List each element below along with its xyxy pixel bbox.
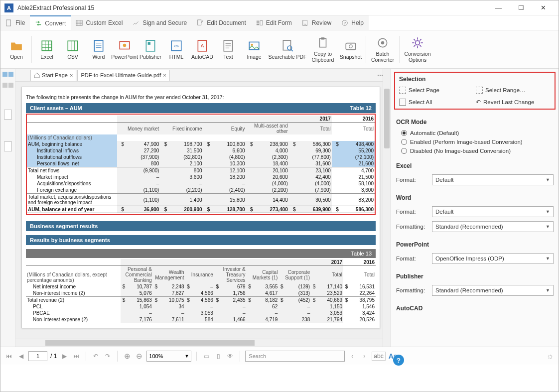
svg-point-46: [349, 44, 353, 48]
ribbon-word[interactable]: Word: [86, 32, 112, 67]
menu-edit-document[interactable]: Edit Document: [192, 15, 251, 30]
menu-sign[interactable]: Sign and Secure: [128, 15, 192, 30]
svg-line-56: [414, 45, 415, 46]
svg-point-41: [287, 46, 292, 50]
word-formatting-select[interactable]: Standard (Recommended)▼: [432, 221, 554, 232]
ribbon-autocad[interactable]: AAutoCAD: [189, 32, 215, 67]
zoom-out-button[interactable]: ⊖: [135, 352, 143, 361]
view-icon[interactable]: 👁: [226, 352, 235, 361]
ribbon-copy-clipboard[interactable]: Copy to Clipboard: [308, 32, 338, 67]
menubar: File Convert Custom Excel Sign and Secur…: [0, 15, 559, 30]
chevron-down-icon: ▼: [546, 256, 550, 261]
rotate-left-button[interactable]: ↶: [91, 352, 100, 361]
table13-header: Table 13: [26, 249, 376, 258]
match-case-toggle[interactable]: abc: [372, 352, 385, 361]
close-icon[interactable]: ×: [163, 72, 166, 78]
zoom-in-button[interactable]: ⊕: [123, 352, 132, 361]
ribbon-csv[interactable]: CSV: [60, 32, 86, 67]
thumbnail-icon[interactable]: [8, 72, 13, 77]
ocr-auto-radio[interactable]: Automatic (Default): [396, 129, 554, 137]
ribbon-image[interactable]: Image: [241, 32, 267, 67]
svg-text:A: A: [200, 43, 204, 48]
select-range-button[interactable]: Select Range…: [476, 87, 551, 94]
ribbon-text[interactable]: Text: [215, 32, 241, 67]
close-icon[interactable]: ×: [70, 72, 73, 78]
chevron-down-icon: ▼: [546, 177, 550, 182]
menu-edit-form[interactable]: Edit Form: [251, 15, 297, 30]
ribbon-options[interactable]: Conversion Options: [402, 32, 433, 67]
word-format-select[interactable]: Default▼: [432, 206, 554, 217]
menu-help[interactable]: ?Help: [336, 15, 369, 30]
close-button[interactable]: ✕: [532, 1, 555, 15]
vertical-scrollbar[interactable]: [383, 69, 391, 347]
publisher-section: Publisher Formatting: Standard (Recommen…: [391, 267, 559, 299]
main-area: Start Page× PDF-to-Excel-Ultimate-Guide.…: [0, 69, 559, 347]
page-icon: [399, 87, 406, 94]
page-input[interactable]: [28, 351, 47, 361]
fit-page-icon[interactable]: ▯: [214, 352, 223, 361]
fit-width-icon[interactable]: ▭: [202, 352, 211, 361]
first-page-button[interactable]: ⏮: [4, 352, 13, 361]
ribbon-publisher[interactable]: Publisher: [138, 32, 163, 67]
maximize-button[interactable]: ☐: [510, 1, 532, 15]
side-panel: Selection Select Page Select Range… Sele…: [391, 69, 559, 347]
search-prev-button[interactable]: ‹: [348, 352, 357, 361]
range-icon: [476, 87, 483, 94]
ribbon-searchable-pdf[interactable]: Searchable PDF: [267, 32, 308, 67]
selection-box: Selection Select Page Select Range… Sele…: [394, 72, 556, 110]
tab-start-page[interactable]: Start Page×: [30, 70, 76, 81]
svg-point-49: [416, 40, 420, 45]
page-thumb-icon[interactable]: [4, 110, 12, 120]
ribbon-excel[interactable]: Excel: [34, 32, 60, 67]
svg-rect-44: [321, 37, 325, 39]
excel-format-select[interactable]: Default▼: [432, 174, 554, 185]
select-all-button[interactable]: Select All: [399, 99, 474, 106]
theme-toggle-icon[interactable]: ☼: [546, 352, 555, 361]
document-area: Start Page× PDF-to-Excel-Ultimate-Guide.…: [15, 69, 391, 347]
check-icon: [399, 99, 406, 106]
next-page-button[interactable]: ▶: [60, 352, 69, 361]
svg-rect-40: [283, 40, 290, 50]
zoom-select[interactable]: 100%▼: [146, 351, 191, 362]
svg-rect-0: [6, 19, 11, 25]
page-total: / 1: [50, 353, 57, 360]
search-input[interactable]: Search: [245, 351, 345, 362]
revert-button[interactable]: ↶Revert Last Change: [476, 99, 551, 106]
menu-file[interactable]: File: [0, 15, 30, 30]
ocr-section: OCR Mode Automatic (Default) Enabled (Pe…: [391, 113, 559, 156]
ribbon-batch[interactable]: Batch Converter: [368, 32, 397, 67]
table12: 20172016 Money market Fixed income Equit…: [27, 116, 375, 213]
svg-text:</>: </>: [174, 44, 180, 48]
rotate-right-button[interactable]: ↷: [103, 352, 112, 361]
attachment-icon[interactable]: [4, 141, 12, 151]
svg-rect-28: [146, 40, 154, 51]
menu-review[interactable]: Review: [297, 15, 336, 30]
pub-formatting-select[interactable]: Standard (Recommended)▼: [432, 285, 554, 296]
ppt-format-select[interactable]: OpenOffice Impress (ODP)▼: [432, 253, 554, 264]
ribbon-open[interactable]: Open: [3, 32, 29, 67]
horizontal-scrollbar[interactable]: [15, 339, 383, 347]
ribbon-snapshot[interactable]: Snapshot: [338, 32, 364, 67]
minimize-button[interactable]: —: [487, 1, 510, 15]
last-page-button[interactable]: ⏭: [72, 352, 81, 361]
prev-page-button[interactable]: ◀: [16, 352, 25, 361]
segment-header-1: Business segment results: [26, 221, 376, 231]
svg-line-42: [291, 49, 293, 51]
select-page-button[interactable]: Select Page: [399, 87, 474, 94]
thumbnail-icon[interactable]: [2, 72, 7, 77]
svg-rect-6: [198, 19, 201, 25]
left-gutter: [0, 69, 15, 347]
window-title: Able2Extract Professional 15: [17, 4, 94, 11]
word-section: Word Format: Default▼ Formatting: Standa…: [391, 188, 559, 235]
ocr-disabled-radio[interactable]: Disabled (No Image-based Conversion): [396, 146, 554, 155]
ribbon-powerpoint[interactable]: PowerPoint: [112, 32, 138, 67]
svg-text:?: ?: [344, 20, 346, 25]
tab-document[interactable]: PDF-to-Excel-Ultimate-Guide.pdf×: [77, 70, 169, 81]
search-next-button[interactable]: ›: [360, 352, 369, 361]
svg-rect-38: [249, 42, 259, 49]
menu-convert[interactable]: Convert: [30, 15, 71, 30]
help-bubble-icon[interactable]: ?: [393, 355, 404, 366]
ocr-enabled-radio[interactable]: Enabled (Perform Image-based Conversion): [396, 137, 554, 146]
ribbon-html[interactable]: </>HTML: [163, 32, 189, 67]
menu-custom-excel[interactable]: Custom Excel: [71, 15, 128, 30]
